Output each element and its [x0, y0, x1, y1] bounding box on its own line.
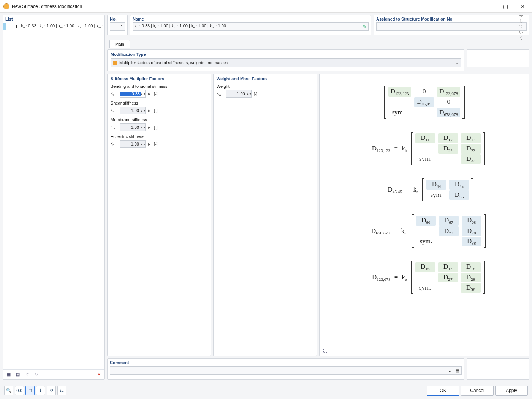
- kb-input[interactable]: 0.33 ▲▼: [120, 90, 146, 98]
- modification-type-color-icon: [113, 61, 117, 65]
- tool-icon-4[interactable]: ↻: [32, 370, 40, 379]
- ke-symbol: ke: [111, 141, 118, 147]
- top-fields: No. 1 Name kb : 0.33 | ks : 1.00 | km : …: [107, 15, 529, 35]
- right-area: No. 1 Name kb : 0.33 | ks : 1.00 | km : …: [107, 15, 529, 380]
- tab-strip: Main: [107, 38, 529, 48]
- km-play-icon[interactable]: ▶: [147, 126, 152, 129]
- list-item-text: kb : 0.33 | ks : 1.00 | km : 1.00 | ke :…: [19, 24, 104, 29]
- chevron-down-icon: ⌄: [455, 60, 458, 65]
- kb-symbol: kb: [111, 91, 118, 97]
- ke-unit: [-]: [154, 142, 158, 146]
- modification-type-label: Modification Type: [111, 52, 461, 57]
- footer-tool-4-icon[interactable]: ℹ: [36, 386, 45, 395]
- kw-symbol: kW: [217, 91, 224, 97]
- ks-unit: [-]: [154, 108, 158, 113]
- side-preview-small: [467, 49, 529, 67]
- assigned-field-box: Assigned to Structure Modification No. �…: [374, 15, 529, 35]
- no-label: No.: [110, 17, 125, 21]
- ke-spinner-icon[interactable]: ▲▼: [141, 143, 145, 146]
- list-item-number: 1: [6, 24, 19, 29]
- matrix-area: D123,1230D123,678 D45,450 sym.D678,678: [320, 74, 529, 345]
- footer: 🔍 0.0 ◻ ℹ ↻ f≡ OK Cancel Apply: [0, 382, 532, 399]
- maximize-button[interactable]: ▢: [497, 0, 514, 12]
- window-buttons: ― ▢ ✕: [479, 0, 532, 12]
- name-label: Name: [133, 17, 369, 21]
- edit-name-icon[interactable]: ✎: [361, 23, 368, 30]
- tab-main[interactable]: Main: [109, 40, 130, 48]
- dialog-window: New Surface Stiffness Modification ― ▢ ✕…: [0, 0, 532, 399]
- kb-unit: [-]: [154, 92, 158, 96]
- close-button[interactable]: ✕: [514, 0, 532, 12]
- kw-input[interactable]: 1.00 ▲▼: [226, 90, 252, 98]
- comment-input[interactable]: ⌄ ▤: [110, 366, 462, 375]
- new-item-icon[interactable]: ▦: [5, 370, 13, 379]
- matrix-preview-panel: D123,1230D123,678 D45,450 sym.D678,678: [319, 74, 530, 356]
- comment-library-icon[interactable]: ▤: [453, 367, 461, 374]
- mass-factors-panel: Weight and Mass Factors Weight kW 1.00 ▲…: [213, 74, 317, 356]
- eccentric-label: Eccentric stiffness: [111, 134, 207, 139]
- assigned-input[interactable]: �していく: [376, 22, 527, 31]
- comment-chevron-icon[interactable]: ⌄: [448, 368, 451, 373]
- list-body: 1 kb : 0.33 | ks : 1.00 | km : 1.00 | ke…: [3, 23, 104, 369]
- name-field-box: Name kb : 0.33 | ks : 1.00 | km : 1.00 |…: [130, 15, 371, 35]
- footer-tool-3-icon[interactable]: ◻: [25, 386, 35, 395]
- km-input[interactable]: 1.00 ▲▼: [120, 124, 146, 131]
- ok-button[interactable]: OK: [427, 386, 459, 396]
- cancel-button[interactable]: Cancel: [461, 386, 494, 396]
- ks-play-icon[interactable]: ▶: [147, 109, 152, 112]
- kw-unit: [-]: [254, 92, 258, 96]
- preview-tool-icon[interactable]: ⛶: [321, 347, 329, 355]
- footer-tool-5-icon[interactable]: ↻: [47, 386, 56, 395]
- weight-label: Weight: [217, 84, 314, 89]
- kb-play-icon[interactable]: ▶: [147, 92, 152, 96]
- no-field-box: No. 1: [107, 15, 128, 35]
- ke-play-icon[interactable]: ▶: [147, 142, 152, 146]
- window-title: New Surface Stiffness Modification: [12, 4, 479, 9]
- list-header: List: [3, 15, 104, 23]
- shear-label: Shear stiffness: [111, 101, 207, 105]
- comment-side-panel: [467, 358, 529, 380]
- comment-label: Comment: [110, 360, 462, 365]
- content-area: List 1 kb : 0.33 | ks : 1.00 | km : 1.00…: [0, 13, 532, 382]
- km-spinner-icon[interactable]: ▲▼: [141, 126, 145, 129]
- list-toolbar: ▦ ▧ ↺ ↻ ✕: [3, 369, 104, 379]
- km-symbol: km: [111, 124, 118, 130]
- no-input[interactable]: 1: [110, 22, 125, 31]
- duplicate-item-icon[interactable]: ▧: [14, 370, 22, 379]
- comment-row: Comment ⌄ ▤: [107, 358, 529, 380]
- name-input[interactable]: kb : 0.33 | ks : 1.00 | km : 1.00 | ke :…: [133, 22, 369, 31]
- list-selection-marker: [3, 23, 6, 30]
- apply-button[interactable]: Apply: [495, 386, 528, 396]
- stiffness-factors-panel: Stiffness Multiplier Factors Bending and…: [107, 74, 211, 356]
- preview-toolbar: ⛶: [320, 345, 529, 356]
- main-grid: Modification Type Multiplier factors of …: [107, 49, 529, 380]
- list-panel: List 1 kb : 0.33 | ks : 1.00 | km : 1.00…: [3, 15, 105, 380]
- assigned-picker-icon[interactable]: �していく: [519, 23, 526, 30]
- comment-panel: Comment ⌄ ▤: [107, 358, 464, 380]
- km-unit: [-]: [154, 125, 158, 130]
- modification-type-panel: Modification Type Multiplier factors of …: [107, 49, 464, 71]
- membrane-label: Membrane stiffness: [111, 117, 207, 122]
- kb-spinner-icon[interactable]: ▲▼: [141, 93, 145, 95]
- footer-tool-1-icon[interactable]: 🔍: [4, 386, 13, 395]
- ks-symbol: ks: [111, 108, 118, 113]
- footer-tool-6-icon[interactable]: f≡: [57, 386, 66, 395]
- kw-spinner-icon[interactable]: ▲▼: [247, 93, 251, 95]
- delete-item-icon[interactable]: ✕: [95, 370, 103, 379]
- assigned-label: Assigned to Structure Modification No.: [376, 17, 527, 21]
- footer-tool-2-icon[interactable]: 0.0: [15, 386, 24, 395]
- tool-icon-3[interactable]: ↺: [23, 370, 31, 379]
- ks-input[interactable]: 1.00 ▲▼: [120, 107, 146, 114]
- list-item[interactable]: 1 kb : 0.33 | ks : 1.00 | km : 1.00 | ke…: [3, 23, 104, 30]
- bending-label: Bending and torsional stiffness: [111, 84, 207, 89]
- ks-spinner-icon[interactable]: ▲▼: [141, 109, 145, 112]
- modification-type-value: Multiplier factors of partial stiffnesse…: [119, 60, 228, 65]
- mass-factors-header: Weight and Mass Factors: [217, 76, 314, 81]
- minimize-button[interactable]: ―: [479, 0, 497, 12]
- ke-input[interactable]: 1.00 ▲▼: [120, 140, 146, 148]
- titlebar: New Surface Stiffness Modification ― ▢ ✕: [0, 0, 532, 13]
- modification-type-dropdown[interactable]: Multiplier factors of partial stiffnesse…: [111, 58, 461, 67]
- stiffness-factors-header: Stiffness Multiplier Factors: [111, 76, 207, 81]
- app-icon: [3, 3, 10, 10]
